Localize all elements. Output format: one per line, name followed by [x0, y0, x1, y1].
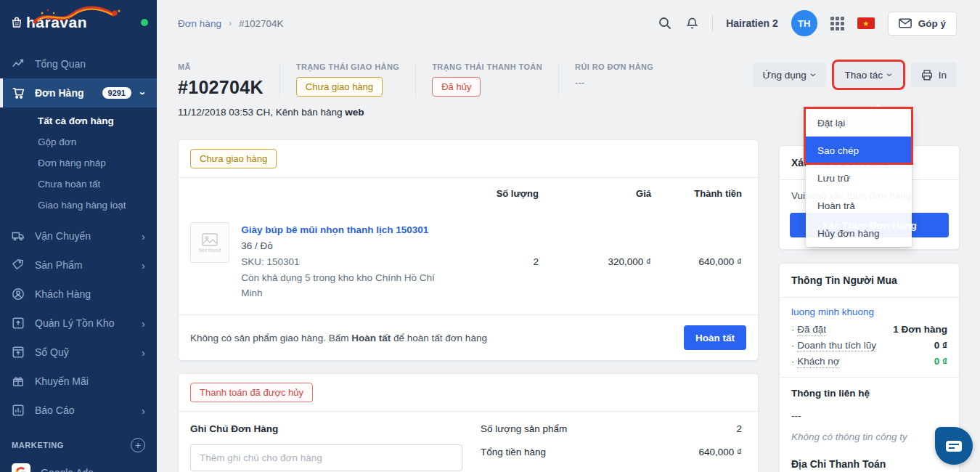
- order-risk-block: RỦI RO ĐƠN HÀNG ---: [558, 62, 669, 98]
- bar-chart-icon: [12, 404, 25, 417]
- print-button-label: In: [939, 70, 947, 81]
- sidebar-subitem-incomplete-orders[interactable]: Chưa hoàn tất: [0, 174, 157, 195]
- apps-grid-icon[interactable]: [830, 17, 844, 30]
- orders-submenu: Tất cả đơn hàng Gộp đơn Đơn hàng nháp Ch…: [0, 107, 157, 221]
- chevron-right-icon: ›: [142, 347, 145, 358]
- menu-item-reset[interactable]: Đặt lại: [806, 109, 912, 137]
- sidebar-item-cashbook[interactable]: Sổ Quỹ ›: [0, 338, 157, 367]
- product-total: 640,000 ₫: [651, 256, 742, 267]
- column-total: Thành tiền: [651, 188, 742, 199]
- sidebar-subitem-draft-orders[interactable]: Đơn hàng nháp: [0, 152, 157, 174]
- vietnam-flag-icon[interactable]: ★: [857, 17, 875, 29]
- search-icon[interactable]: [658, 16, 672, 30]
- feedback-button[interactable]: Góp ý: [888, 12, 957, 36]
- sidebar-item-shipping[interactable]: Vận Chuyển ›: [0, 221, 157, 251]
- fulfillment-status-badge: Chưa giao hàng: [190, 149, 277, 168]
- fulfillment-footer-text: Không có sản phẩm giao hàng. Bấm Hoàn tấ…: [190, 333, 487, 343]
- sidebar-item-inventory[interactable]: Quản Lý Tồn Kho ›: [0, 309, 157, 338]
- sidebar-item-label: Tổng Quan: [35, 58, 145, 70]
- print-button[interactable]: In: [911, 62, 957, 87]
- cart-icon: [12, 86, 25, 99]
- sidebar-nav: Tổng Quan Đơn Hàng 9291 › Tất cả đơn hàn…: [0, 49, 157, 472]
- summary-row: Số lượng sản phẩm 2: [481, 423, 742, 434]
- printer-icon: [921, 70, 933, 81]
- chevron-down-icon: ›: [808, 73, 820, 77]
- buyer-stat-row: Đã đặt 1 Đơn hàng: [791, 324, 947, 335]
- feedback-label: Góp ý: [918, 18, 946, 29]
- buyer-stat-row: Doanh thu tích lũy 0 ₫: [791, 340, 947, 351]
- buyer-stat-value: 1 Đơn hàng: [893, 324, 947, 335]
- topbar-divider: [712, 15, 713, 32]
- payment-status-badge: Đã hủy: [432, 77, 481, 97]
- notifications-bell-icon[interactable]: [685, 16, 699, 30]
- order-note-label: Ghi Chú Đơn Hàng: [190, 423, 481, 434]
- buyer-info-card: Thông Tin Người Mua luong minh khuong Đã…: [779, 263, 960, 472]
- sidebar-item-label: Khách Hàng: [35, 288, 145, 300]
- order-date-channel: 11/12/2018 03:53 CH, Kênh bán hàng: [178, 107, 342, 118]
- add-marketing-channel-button[interactable]: +: [131, 438, 145, 452]
- brand-logo[interactable]: haravan: [0, 0, 157, 45]
- shopping-bag-icon: [10, 16, 23, 29]
- order-action-buttons: Ứng dụng › Thao tác › In: [753, 62, 957, 87]
- order-note-input[interactable]: [190, 444, 462, 471]
- sidebar-item-reports[interactable]: Báo Cáo ›: [0, 396, 157, 425]
- buyer-stat-row: Khách nợ 0 ₫: [791, 356, 947, 367]
- breadcrumb-current: #102704K: [239, 18, 284, 29]
- sidebar-subitem-merge-orders[interactable]: Gộp đơn: [0, 131, 157, 152]
- breadcrumb-separator: ›: [229, 18, 232, 28]
- sidebar-subitem-bulk-fulfillment[interactable]: Giao hàng hàng loạt: [0, 195, 157, 216]
- buyer-stat-label: Khách nợ: [797, 356, 839, 368]
- customer-icon: [12, 288, 25, 301]
- buyer-debt-value[interactable]: 0 ₫: [934, 356, 947, 367]
- sidebar-item-google-ads[interactable]: Google Ads ›: [0, 458, 157, 472]
- complete-order-button[interactable]: Hoàn tất: [684, 325, 746, 350]
- apps-button-label: Ứng dụng: [763, 70, 807, 81]
- product-name-link[interactable]: Giày búp bê mũi nhọn thanh lịch 150301: [241, 224, 428, 235]
- buyer-name-link[interactable]: luong minh khuong: [791, 306, 947, 317]
- sidebar-item-overview[interactable]: Tổng Quan: [0, 49, 157, 78]
- order-code: #102704K: [178, 77, 264, 98]
- chevron-right-icon: ›: [142, 318, 145, 329]
- contact-value: ---: [791, 410, 947, 421]
- order-code-label: MÃ: [178, 62, 264, 71]
- avatar[interactable]: TH: [791, 10, 817, 36]
- menu-item-duplicate[interactable]: Sao chép: [806, 137, 912, 164]
- chevron-down-icon: ›: [138, 91, 149, 95]
- breadcrumb-orders-link[interactable]: Đơn hàng: [178, 18, 221, 29]
- fulfillment-card: Chưa giao hàng Số lượng Giá Thành tiền N…: [178, 139, 759, 361]
- product-variant: 36 / Đỏ: [241, 238, 452, 254]
- sidebar-item-customers[interactable]: Khách Hàng: [0, 280, 157, 309]
- apps-dropdown-button[interactable]: Ứng dụng ›: [753, 62, 826, 87]
- column-qty: Số lượng: [452, 188, 539, 199]
- sidebar-item-label: Khuyến Mãi: [35, 375, 145, 387]
- order-meta: 11/12/2018 03:53 CH, Kênh bán hàng web: [178, 107, 669, 118]
- chevron-right-icon: ›: [142, 260, 145, 271]
- product-table-header: Số lượng Giá Thành tiền: [179, 178, 758, 209]
- chevron-down-icon: ›: [884, 73, 896, 77]
- sidebar-item-products[interactable]: Sản Phẩm ›: [0, 251, 157, 280]
- account-name[interactable]: Hairatien 2: [726, 17, 778, 29]
- buyer-card-title: Thông Tin Người Mua: [780, 264, 959, 297]
- operations-dropdown-button[interactable]: Thao tác ›: [835, 62, 902, 87]
- sidebar-subitem-all-orders[interactable]: Tất cả đơn hàng: [0, 110, 157, 131]
- fulfillment-footer: Không có sản phẩm giao hàng. Bấm Hoàn tấ…: [179, 315, 758, 360]
- order-summary: Số lượng sản phẩm 2 Tổng tiền hàng 640,0…: [481, 423, 742, 472]
- billing-address-title: Địa Chỉ Thanh Toán: [791, 458, 947, 470]
- menu-item-cancel-order[interactable]: Hủy đơn hàng: [806, 219, 912, 247]
- marketing-section-header: MARKETING +: [0, 425, 157, 458]
- payment-cancelled-badge: Thanh toán đã được hủy: [190, 383, 313, 402]
- shipping-status-block: TRẠNG THÁI GIAO HÀNG Chưa giao hàng: [279, 62, 415, 98]
- menu-item-archive[interactable]: Lưu trữ: [806, 164, 912, 192]
- buyer-stat-label: Đã đặt: [797, 324, 826, 336]
- payment-card: Thanh toán đã được hủy Ghi Chú Đơn Hàng …: [178, 373, 759, 472]
- sidebar-item-orders[interactable]: Đơn Hàng 9291 ›: [0, 78, 157, 107]
- sidebar-item-promotions[interactable]: Khuyến Mãi: [0, 367, 157, 396]
- chat-widget-button[interactable]: [935, 427, 973, 465]
- buyer-stat-value: 0 ₫: [934, 340, 947, 351]
- brand-wordmark: haravan: [26, 14, 87, 31]
- summary-label: Tổng tiền hàng: [481, 447, 546, 457]
- operations-button-label: Thao tác: [845, 70, 883, 81]
- contact-section: Thông tin liên hệ --- Không có thông tin…: [780, 378, 959, 472]
- sidebar-item-label: Đơn Hàng: [35, 87, 92, 99]
- menu-item-return[interactable]: Hoàn trả: [806, 192, 912, 219]
